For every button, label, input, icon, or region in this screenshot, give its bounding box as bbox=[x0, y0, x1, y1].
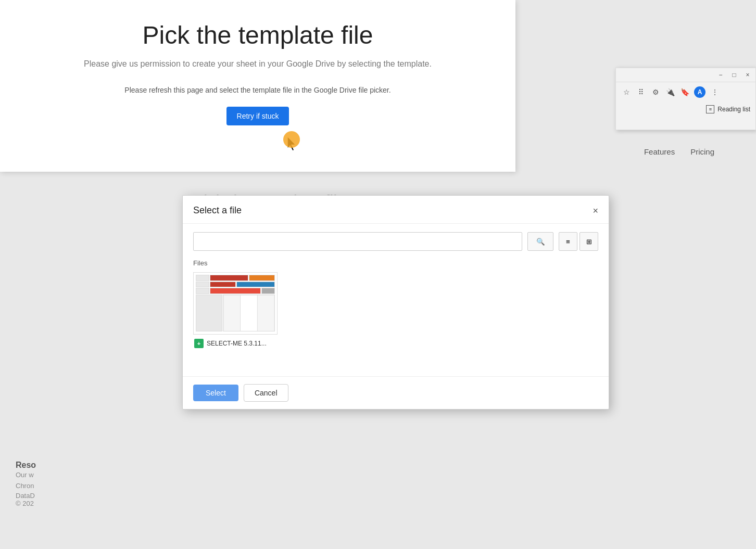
file-name-row: + SELECT-ME 5.3.11... bbox=[193, 339, 282, 348]
cancel-button[interactable]: Cancel bbox=[244, 384, 288, 402]
dialog-footer: Select Cancel bbox=[183, 376, 609, 409]
bg-nav: Features Pricing bbox=[644, 147, 714, 156]
apps-icon[interactable]: ⠿ bbox=[636, 87, 646, 97]
browser-titlebar: − □ × bbox=[616, 68, 755, 82]
close-button[interactable]: × bbox=[744, 71, 751, 79]
user-avatar[interactable]: A bbox=[694, 86, 705, 98]
svg-rect-1 bbox=[241, 295, 258, 331]
select-button[interactable]: Select bbox=[193, 385, 238, 401]
dialog-search-row: 🔍 ≡ ⊞ bbox=[183, 224, 609, 259]
browser-chrome: − □ × ☆ ⠿ ⚙ 🔌 🔖 A ⋮ ≡ Reading list bbox=[615, 68, 756, 130]
reading-list-label[interactable]: Reading list bbox=[717, 106, 750, 113]
sheet-preview bbox=[194, 273, 277, 334]
retry-button[interactable]: Retry if stuck bbox=[226, 107, 289, 125]
bookmark-icon[interactable]: 🔖 bbox=[679, 87, 690, 97]
reading-list-panel: ≡ Reading list bbox=[616, 102, 755, 117]
svg-rect-0 bbox=[223, 295, 241, 331]
grid-view-button[interactable]: ⊞ bbox=[579, 232, 598, 251]
list-view-button[interactable]: ≡ bbox=[559, 232, 577, 251]
pricing-nav[interactable]: Pricing bbox=[690, 147, 714, 156]
file-type-icon: + bbox=[194, 339, 204, 348]
files-section-label: Files bbox=[183, 259, 609, 272]
features-nav[interactable]: Features bbox=[644, 147, 675, 156]
svg-rect-2 bbox=[257, 295, 274, 331]
resources-title: Reso bbox=[16, 461, 36, 470]
menu-icon[interactable]: ⋮ bbox=[710, 87, 720, 97]
search-icon: 🔍 bbox=[536, 238, 545, 246]
file-item[interactable]: + SELECT-ME 5.3.11... bbox=[193, 272, 282, 348]
list-view-icon: ≡ bbox=[566, 238, 570, 246]
dialog-close-button[interactable]: × bbox=[593, 206, 598, 215]
browser-toolbar: ☆ ⠿ ⚙ 🔌 🔖 A ⋮ bbox=[616, 82, 755, 102]
page-message: Please refresh this page and select the … bbox=[124, 86, 390, 94]
reading-list-icon: ≡ bbox=[706, 105, 714, 113]
file-name: SELECT-ME 5.3.11... bbox=[207, 340, 267, 347]
search-input[interactable] bbox=[193, 232, 522, 251]
restore-button[interactable]: □ bbox=[730, 71, 738, 79]
search-button[interactable]: 🔍 bbox=[527, 232, 553, 251]
main-page-card: Pick the template file Please give us pe… bbox=[0, 0, 515, 172]
resources-section: Reso Our w Chron DataD © 202 bbox=[16, 461, 36, 507]
star-icon[interactable]: ☆ bbox=[621, 87, 632, 97]
page-subtitle: Please give us permission to create your… bbox=[84, 58, 432, 70]
dialog-title: Select a file bbox=[193, 205, 242, 216]
minimize-button[interactable]: − bbox=[717, 71, 724, 79]
resources-line-2: Chron bbox=[16, 481, 36, 492]
resources-line-1: Our w bbox=[16, 470, 36, 481]
file-thumbnail bbox=[193, 272, 278, 335]
extension-icon[interactable]: ⚙ bbox=[650, 87, 661, 97]
grid-view-icon: ⊞ bbox=[586, 238, 592, 246]
page-title: Pick the template file bbox=[143, 21, 373, 49]
plugin-icon[interactable]: 🔌 bbox=[665, 87, 675, 97]
datadrive-text: DataD bbox=[16, 492, 36, 500]
files-area: + SELECT-ME 5.3.11... bbox=[183, 272, 609, 376]
copyright-text: © 202 bbox=[16, 500, 36, 507]
view-toggle-buttons: ≡ ⊞ bbox=[559, 232, 598, 251]
dialog-header: Select a file × bbox=[183, 196, 609, 224]
file-picker-dialog: Select a file × 🔍 ≡ ⊞ Files bbox=[182, 195, 609, 410]
